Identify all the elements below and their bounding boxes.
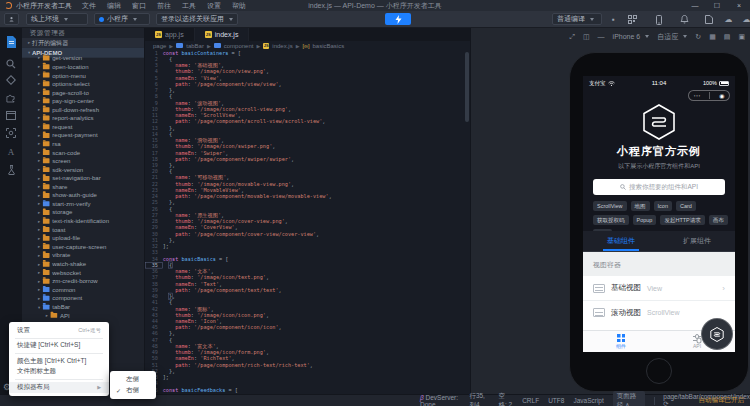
twistie-icon[interactable]: ▸ — [36, 184, 42, 189]
close-button[interactable]: × — [728, 0, 750, 11]
submenu-item-左侧[interactable]: 左侧 — [110, 374, 156, 385]
tree-item-options-select[interactable]: ▸options-select — [22, 80, 145, 89]
twistie-icon[interactable]: ▸ — [36, 296, 42, 301]
twistie-icon[interactable]: ▸ — [36, 150, 42, 155]
twistie-icon[interactable]: ▸ — [36, 193, 42, 198]
extensions-tab[interactable] — [0, 90, 22, 106]
twistie-icon[interactable]: ▸ — [36, 107, 42, 112]
menu-设置[interactable]: 设置 — [207, 1, 221, 11]
tabbar-item-组件[interactable]: 组件 — [583, 331, 659, 352]
suggestion-chip[interactable]: Popup — [633, 215, 657, 225]
menu-帮助[interactable]: 帮助 — [232, 1, 246, 11]
page-path-toggle[interactable]: 页面路径 ∧ — [613, 391, 645, 406]
twistie-icon[interactable]: ▸ — [36, 176, 42, 181]
tree-item-rsa[interactable]: ▸rsa — [22, 140, 145, 149]
twistie-icon[interactable]: ▸ — [36, 133, 42, 138]
twistie-icon[interactable]: ▸ — [36, 210, 42, 215]
component-tab-扩展组件[interactable]: 扩展组件 — [659, 231, 735, 251]
tree-item-share[interactable]: ▸share — [22, 182, 145, 191]
home-button[interactable] — [646, 358, 672, 384]
device-select[interactable]: iPhone 6 — [613, 33, 650, 40]
tree-item-common[interactable]: ▸common — [22, 285, 145, 294]
stop-compile-button[interactable]: ▪ — [607, 14, 620, 25]
twistie-icon[interactable]: ▸ — [36, 141, 42, 146]
preview-button[interactable] — [626, 14, 639, 25]
cursor-position[interactable]: 行35, 列4 — [469, 392, 489, 406]
explorer-tab[interactable] — [0, 34, 22, 50]
menu-前往[interactable]: 前往 — [157, 1, 171, 11]
twistie-icon[interactable]: ▸ — [36, 56, 42, 61]
lab-tab[interactable] — [0, 162, 22, 178]
tree-item-tabBar[interactable]: ▾tabBar — [22, 303, 145, 312]
tree-item-start-zm-verify[interactable]: ▸start-zm-verify — [22, 200, 145, 209]
twistie-icon[interactable]: ▸ — [36, 167, 42, 172]
twistie-icon[interactable]: ▸ — [44, 313, 50, 318]
device-debug-button[interactable] — [652, 14, 665, 25]
suggestion-chip[interactable]: Card — [676, 201, 696, 211]
env-select[interactable]: 线上环境 — [26, 13, 88, 25]
code-editor[interactable]: JSapp.jsJSindex.js page▶ tabBar▶ compone… — [145, 28, 470, 394]
twistie-icon[interactable]: ▸ — [36, 236, 42, 241]
tree-item-upload-file[interactable]: ▸upload-file — [22, 234, 145, 243]
twistie-icon[interactable]: ▸ — [36, 279, 42, 284]
tree-item-request-payment[interactable]: ▸request-payment — [22, 131, 145, 140]
twistie-icon[interactable]: ▸ — [36, 262, 42, 267]
tree-item-scan-code[interactable]: ▸scan-code — [22, 148, 145, 157]
tree-item-API[interactable]: ▸API — [22, 311, 145, 320]
clear-cache-button[interactable] — [678, 14, 691, 25]
source-control-tab[interactable] — [0, 72, 22, 88]
tree-item-component[interactable]: ▸component — [22, 294, 145, 303]
tree-item-get-version[interactable]: ▸get-version — [22, 54, 145, 63]
exit-icon[interactable]: ◉ — [719, 92, 724, 99]
twistie-icon[interactable]: ▸ — [36, 253, 42, 258]
menu-文件[interactable]: 文件 — [82, 1, 96, 11]
minimize-button[interactable]: — — [684, 0, 706, 11]
font-tab[interactable]: A — [0, 144, 22, 160]
tree-item-text-risk-identification[interactable]: ▸text-risk-identification — [22, 217, 145, 226]
submenu-item-右侧[interactable]: ✓右侧 — [110, 385, 156, 396]
twistie-icon[interactable]: ▾ — [36, 304, 42, 309]
search-input[interactable]: 搜索你想要的组件和API — [593, 179, 725, 195]
indent-setting[interactable]: 空格: 2 — [498, 392, 513, 406]
eol-setting[interactable]: CRLF — [522, 397, 539, 404]
maximize-button[interactable]: ☐ — [706, 0, 728, 11]
window-tab[interactable] — [0, 107, 22, 123]
editor-scrollbar[interactable] — [465, 52, 469, 122]
compile-button[interactable] — [385, 13, 411, 25]
split-icon[interactable]: ◫ — [583, 33, 590, 41]
capsule-menu[interactable]: ⋯ ◉ — [688, 90, 730, 101]
more-icon[interactable]: ⋯ — [693, 92, 700, 100]
tree-item-open-location[interactable]: ▸open-location — [22, 62, 145, 71]
tree-item-screen[interactable]: ▸screen — [22, 157, 145, 166]
app-type-select[interactable]: 小程序 — [94, 13, 150, 25]
suggestion-chip[interactable]: 发起HTTP请求 — [660, 215, 704, 225]
tree-item-pull-down-refresh[interactable]: ▸pull-down-refresh — [22, 105, 145, 114]
menu-item-文件图标主题[interactable]: 文件图标主题 — [9, 367, 109, 378]
tree-item-storage[interactable]: ▸storage — [22, 208, 145, 217]
expand-icon[interactable]: ⤢ — [569, 33, 575, 41]
panel-icon[interactable]: ▣ — [738, 33, 745, 41]
tree-item-zm-credit-borrow[interactable]: ▸zm-credit-borrow — [22, 277, 145, 286]
tree-item-pay-sign-center[interactable]: ▸pay-sign-center — [22, 97, 145, 106]
twistie-icon[interactable]: ▸ — [36, 219, 42, 224]
language-mode[interactable]: JavaScript — [573, 397, 603, 404]
component-list-item[interactable]: 基础视图View› — [583, 276, 735, 300]
twistie-icon[interactable]: ▸ — [36, 201, 42, 206]
twistie-icon[interactable]: ▸ — [36, 73, 42, 78]
editor-tab-app.js[interactable]: JSapp.js — [145, 28, 195, 41]
avatar[interactable] — [4, 13, 19, 25]
cloud-dev-button[interactable]: ☁ — [740, 14, 750, 25]
twistie-icon[interactable]: ▸ — [36, 270, 42, 275]
tree-item-sdk-version[interactable]: ▸sdk-version — [22, 165, 145, 174]
twistie-icon[interactable]: ▸ — [36, 90, 42, 95]
twistie-icon[interactable]: ▸ — [36, 124, 42, 129]
compile-mode-select[interactable]: 普通编译 — [552, 13, 602, 25]
tree-item-toast[interactable]: ▸toast — [22, 225, 145, 234]
tree-item-page-scroll-to[interactable]: ▸page-scroll-to — [22, 88, 145, 97]
editor-tab-index.js[interactable]: JSindex.js — [195, 28, 250, 41]
tree-item-request[interactable]: ▸request — [22, 122, 145, 131]
code-area[interactable]: 1const basicContainers = [2 {3 name: '基础… — [145, 50, 470, 394]
menu-item-设置[interactable]: 设置Ctrl+逗号 — [9, 325, 109, 336]
tree-item-option-menu[interactable]: ▸option-menu — [22, 71, 145, 80]
twistie-icon[interactable]: ▸ — [36, 99, 42, 104]
